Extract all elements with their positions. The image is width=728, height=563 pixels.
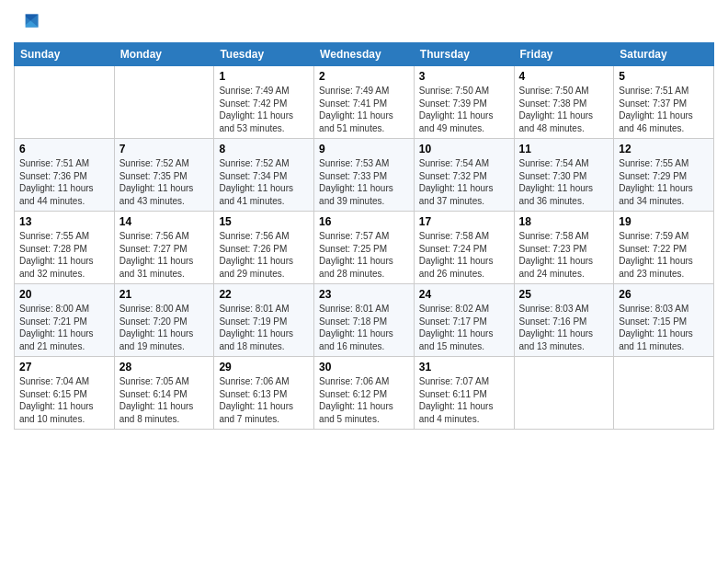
- day-info: Sunrise: 8:00 AM Sunset: 7:20 PM Dayligh…: [119, 303, 210, 352]
- day-info: Sunrise: 7:58 AM Sunset: 7:23 PM Dayligh…: [519, 230, 609, 280]
- day-number: 16: [319, 215, 409, 228]
- day-cell: 16Sunrise: 7:57 AM Sunset: 7:25 PM Dayli…: [314, 212, 415, 284]
- day-info: Sunrise: 7:06 AM Sunset: 6:12 PM Dayligh…: [319, 375, 409, 425]
- day-number: 3: [419, 70, 509, 83]
- day-number: 11: [519, 143, 609, 155]
- day-cell: 9Sunrise: 7:53 AM Sunset: 7:33 PM Daylig…: [314, 139, 415, 212]
- day-cell: 26Sunrise: 8:03 AM Sunset: 7:15 PM Dayli…: [614, 284, 714, 357]
- day-cell: 8Sunrise: 7:52 AM Sunset: 7:34 PM Daylig…: [214, 139, 314, 212]
- day-cell: 2Sunrise: 7:49 AM Sunset: 7:41 PM Daylig…: [314, 66, 415, 139]
- day-cell: 5Sunrise: 7:51 AM Sunset: 7:37 PM Daylig…: [614, 66, 714, 139]
- day-number: 26: [619, 288, 709, 301]
- day-info: Sunrise: 7:56 AM Sunset: 7:26 PM Dayligh…: [219, 230, 309, 280]
- day-number: 18: [519, 215, 609, 228]
- day-cell: 24Sunrise: 8:02 AM Sunset: 7:17 PM Dayli…: [414, 284, 514, 357]
- day-number: 24: [419, 288, 509, 301]
- day-info: Sunrise: 7:59 AM Sunset: 7:22 PM Dayligh…: [619, 230, 709, 280]
- week-row-4: 20Sunrise: 8:00 AM Sunset: 7:21 PM Dayli…: [15, 284, 714, 357]
- day-header-sunday: Sunday: [15, 43, 115, 66]
- day-number: 4: [519, 70, 609, 83]
- day-info: Sunrise: 7:50 AM Sunset: 7:39 PM Dayligh…: [419, 85, 509, 134]
- day-info: Sunrise: 7:07 AM Sunset: 6:11 PM Dayligh…: [419, 375, 509, 425]
- day-number: 1: [219, 70, 309, 83]
- day-header-friday: Friday: [514, 43, 614, 66]
- day-number: 27: [19, 361, 109, 373]
- day-number: 15: [219, 215, 309, 228]
- day-cell: 20Sunrise: 8:00 AM Sunset: 7:21 PM Dayli…: [15, 284, 115, 357]
- day-cell: 28Sunrise: 7:05 AM Sunset: 6:14 PM Dayli…: [114, 357, 214, 430]
- day-number: 23: [319, 288, 409, 301]
- day-info: Sunrise: 7:58 AM Sunset: 7:24 PM Dayligh…: [419, 230, 509, 280]
- day-info: Sunrise: 7:52 AM Sunset: 7:35 PM Dayligh…: [119, 157, 210, 207]
- day-cell: [15, 66, 115, 139]
- day-cell: 17Sunrise: 7:58 AM Sunset: 7:24 PM Dayli…: [414, 212, 514, 284]
- day-info: Sunrise: 7:55 AM Sunset: 7:29 PM Dayligh…: [619, 157, 709, 207]
- day-cell: 6Sunrise: 7:51 AM Sunset: 7:36 PM Daylig…: [15, 139, 115, 212]
- day-cell: 7Sunrise: 7:52 AM Sunset: 7:35 PM Daylig…: [114, 139, 214, 212]
- day-info: Sunrise: 7:50 AM Sunset: 7:38 PM Dayligh…: [519, 85, 609, 134]
- day-info: Sunrise: 8:01 AM Sunset: 7:18 PM Dayligh…: [319, 303, 409, 352]
- day-number: 21: [119, 288, 210, 301]
- day-cell: 21Sunrise: 8:00 AM Sunset: 7:20 PM Dayli…: [114, 284, 214, 357]
- day-cell: 22Sunrise: 8:01 AM Sunset: 7:19 PM Dayli…: [214, 284, 314, 357]
- day-info: Sunrise: 8:01 AM Sunset: 7:19 PM Dayligh…: [219, 303, 309, 352]
- day-cell: 15Sunrise: 7:56 AM Sunset: 7:26 PM Dayli…: [214, 212, 314, 284]
- day-number: 17: [419, 215, 509, 228]
- week-row-5: 27Sunrise: 7:04 AM Sunset: 6:15 PM Dayli…: [15, 357, 714, 430]
- day-info: Sunrise: 7:55 AM Sunset: 7:28 PM Dayligh…: [19, 230, 109, 280]
- day-info: Sunrise: 8:03 AM Sunset: 7:15 PM Dayligh…: [619, 303, 709, 352]
- day-number: 28: [119, 361, 210, 373]
- day-info: Sunrise: 7:49 AM Sunset: 7:41 PM Dayligh…: [319, 85, 409, 134]
- day-header-wednesday: Wednesday: [314, 43, 415, 66]
- week-row-3: 13Sunrise: 7:55 AM Sunset: 7:28 PM Dayli…: [15, 212, 714, 284]
- day-info: Sunrise: 7:53 AM Sunset: 7:33 PM Dayligh…: [319, 157, 409, 207]
- day-cell: 18Sunrise: 7:58 AM Sunset: 7:23 PM Dayli…: [514, 212, 614, 284]
- day-cell: 27Sunrise: 7:04 AM Sunset: 6:15 PM Dayli…: [15, 357, 115, 430]
- day-number: 7: [119, 143, 210, 155]
- day-header-thursday: Thursday: [414, 43, 514, 66]
- day-number: 8: [219, 143, 309, 155]
- day-number: 5: [619, 70, 709, 83]
- logo-icon: [14, 9, 40, 35]
- day-info: Sunrise: 7:04 AM Sunset: 6:15 PM Dayligh…: [19, 375, 109, 425]
- week-row-2: 6Sunrise: 7:51 AM Sunset: 7:36 PM Daylig…: [15, 139, 714, 212]
- day-info: Sunrise: 7:52 AM Sunset: 7:34 PM Dayligh…: [219, 157, 309, 207]
- day-header-saturday: Saturday: [614, 43, 714, 66]
- day-number: 25: [519, 288, 609, 301]
- day-cell: 31Sunrise: 7:07 AM Sunset: 6:11 PM Dayli…: [414, 357, 514, 430]
- day-info: Sunrise: 8:00 AM Sunset: 7:21 PM Dayligh…: [19, 303, 109, 352]
- day-cell: [614, 357, 714, 430]
- day-number: 30: [319, 361, 409, 373]
- day-cell: 23Sunrise: 8:01 AM Sunset: 7:18 PM Dayli…: [314, 284, 415, 357]
- day-number: 12: [619, 143, 709, 155]
- header: [14, 9, 714, 35]
- week-row-1: 1Sunrise: 7:49 AM Sunset: 7:42 PM Daylig…: [15, 66, 714, 139]
- day-header-row: SundayMondayTuesdayWednesdayThursdayFrid…: [15, 43, 714, 66]
- day-number: 22: [219, 288, 309, 301]
- day-cell: 13Sunrise: 7:55 AM Sunset: 7:28 PM Dayli…: [15, 212, 115, 284]
- day-cell: 30Sunrise: 7:06 AM Sunset: 6:12 PM Dayli…: [314, 357, 415, 430]
- day-number: 29: [219, 361, 309, 373]
- calendar-table: SundayMondayTuesdayWednesdayThursdayFrid…: [14, 42, 714, 430]
- svg-rect-4: [14, 9, 26, 35]
- day-number: 19: [619, 215, 709, 228]
- day-cell: 29Sunrise: 7:06 AM Sunset: 6:13 PM Dayli…: [214, 357, 314, 430]
- day-info: Sunrise: 8:03 AM Sunset: 7:16 PM Dayligh…: [519, 303, 609, 352]
- day-cell: [514, 357, 614, 430]
- day-cell: 10Sunrise: 7:54 AM Sunset: 7:32 PM Dayli…: [414, 139, 514, 212]
- day-cell: 14Sunrise: 7:56 AM Sunset: 7:27 PM Dayli…: [114, 212, 214, 284]
- logo: [14, 9, 43, 35]
- day-info: Sunrise: 7:06 AM Sunset: 6:13 PM Dayligh…: [219, 375, 309, 425]
- day-number: 20: [19, 288, 109, 301]
- day-info: Sunrise: 7:57 AM Sunset: 7:25 PM Dayligh…: [319, 230, 409, 280]
- day-header-tuesday: Tuesday: [214, 43, 314, 66]
- day-header-monday: Monday: [114, 43, 214, 66]
- day-number: 10: [419, 143, 509, 155]
- day-number: 31: [419, 361, 509, 373]
- day-number: 13: [19, 215, 109, 228]
- day-cell: 11Sunrise: 7:54 AM Sunset: 7:30 PM Dayli…: [514, 139, 614, 212]
- day-info: Sunrise: 7:51 AM Sunset: 7:37 PM Dayligh…: [619, 85, 709, 134]
- day-cell: 19Sunrise: 7:59 AM Sunset: 7:22 PM Dayli…: [614, 212, 714, 284]
- day-info: Sunrise: 7:05 AM Sunset: 6:14 PM Dayligh…: [119, 375, 210, 425]
- day-cell: 25Sunrise: 8:03 AM Sunset: 7:16 PM Dayli…: [514, 284, 614, 357]
